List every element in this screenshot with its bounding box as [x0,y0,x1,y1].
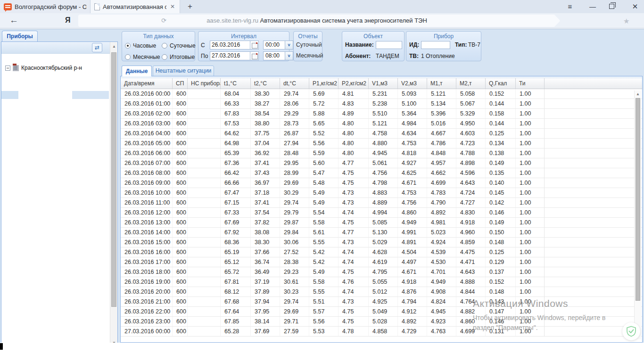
column-header[interactable]: Ти [516,78,545,89]
table-cell [188,257,221,267]
table-row[interactable]: 26.03.2016 17:0060065.1236.7428.385.424.… [121,257,642,267]
column-header[interactable]: t1,°C [221,78,251,89]
back-button[interactable]: ← [9,15,18,25]
column-header[interactable]: М2,т [456,78,486,89]
screen: Волгоградский форум - Отве Автоматизиров… [0,0,644,362]
column-header[interactable]: М1,т [427,78,456,89]
table-cell: 5.48 [309,178,339,188]
column-header[interactable]: Q,Гкал [486,78,516,89]
yandex-logo-icon[interactable]: Я [65,16,71,25]
table-cell: 4.80 [339,119,369,128]
table-row[interactable]: 26.03.2016 20:0060068.1237.8930.235.554.… [121,287,642,297]
refresh-button[interactable]: ⇄ [92,43,102,52]
tree-item-district[interactable]: Краснооктябрьский р-н [5,65,82,71]
new-tab-button[interactable]: + [185,1,195,12]
table-cell [188,129,221,138]
browser-menu-icon[interactable]: ≡ [562,0,578,13]
calendar-icon[interactable] [250,41,259,49]
table-cell: 5.058 [456,89,486,99]
table-cell: 36.92 [251,148,280,158]
device-tv-label: ТВ: [409,53,419,59]
radio-daily[interactable]: Суточные [162,42,196,49]
table-row[interactable]: 26.03.2016 16:0060065.1937.6627.525.424.… [121,247,642,257]
group-device: Прибор ИД: Тип: ТВ-7 ТВ: 1 Отопление [406,31,481,61]
window-close-button[interactable]: ✕ [627,0,643,13]
table-row[interactable]: 26.03.2016 14:0060067.9238.0829.845.614.… [121,228,642,238]
scroll-up-icon[interactable]: ▲ [636,92,640,96]
bottom-strip [0,343,644,362]
table-row[interactable]: 26.03.2016 09:0060066.6636.9729.695.484.… [121,178,642,188]
table-row[interactable]: 26.03.2016 06:0060065.3936.9228.485.594.… [121,148,642,158]
from-date-input[interactable]: 26.03.2016 [210,41,250,49]
table-vertical-scrollbar[interactable]: ▲ ▼ [634,90,641,339]
device-id-input[interactable] [421,41,450,49]
table-cell: 0.137 [486,267,516,277]
radio-hourly[interactable]: Часовые [125,42,156,49]
table-row[interactable]: 26.03.2016 15:0060068.3638.3030.065.554.… [121,238,642,247]
scrollbar-thumb[interactable] [111,52,116,307]
column-header[interactable]: НС прибора [188,78,221,89]
object-name-input[interactable] [376,41,402,49]
window-restore-button[interactable] [609,4,614,9]
column-header[interactable]: Р2,кг/см2 [339,78,369,89]
table-row[interactable]: 26.03.2016 00:0060068.0438.3029.745.694.… [121,89,642,99]
table-cell: 1.00 [516,109,545,118]
table-row[interactable]: 26.03.2016 01:0060066.3338.2728.065.724.… [121,99,642,109]
chevron-down-icon[interactable]: v [285,51,293,60]
table-row[interactable]: 26.03.2016 02:0060067.8338.5429.295.884.… [121,109,642,119]
column-header[interactable]: Р1,кг/см2 [309,78,339,89]
column-header[interactable]: Дата/время [121,78,173,89]
column-header[interactable]: V1,м3 [369,78,398,89]
table-row[interactable]: 26.03.2016 11:0060067.1537.4129.745.494.… [121,198,642,208]
table-row[interactable]: 26.03.2016 12:0060067.3337.5429.795.544.… [121,208,642,218]
table-cell [188,148,221,158]
table-row[interactable]: 26.03.2016 21:0060067.6837.9429.745.514.… [121,297,642,307]
table-row[interactable]: 26.03.2016 23:0060067.8538.1429.715.564.… [121,317,642,327]
table-cell: 38.30 [251,89,280,99]
table-row[interactable]: 26.03.2016 05:0060064.9837.0427.945.564.… [121,139,642,148]
scroll-up-icon[interactable]: ▲ [112,44,116,49]
address-bar[interactable]: ⟳ aase.site.ten-vlg.ru Автоматизированна… [78,15,555,27]
column-header[interactable]: V2,м3 [398,78,427,89]
browser-tab-active[interactable]: Автоматизированная сис ✕ [91,0,180,13]
table-row[interactable]: 26.03.2016 19:0060067.8137.1930.615.584.… [121,277,642,287]
table-cell: 4.876 [398,287,427,296]
table-row[interactable]: 26.03.2016 22:0060067.6437.9529.695.574.… [121,307,642,317]
tab-close-icon[interactable]: ✕ [169,3,176,10]
table-row[interactable]: 26.03.2016 04:0060064.6237.7526.875.524.… [121,129,642,139]
radio-monthly[interactable]: Месячные [125,53,160,61]
sidebar-vertical-scrollbar[interactable]: ▲ ▼ [110,42,117,347]
chevron-down-icon[interactable]: v [285,41,293,49]
table-row[interactable]: 26.03.2016 08:0060066.4237.4328.995.474.… [121,168,642,178]
window-minimize-button[interactable]: — [585,0,601,13]
table-cell: 1.00 [516,228,545,237]
table-row[interactable]: 26.03.2016 18:0060065.7236.4929.235.494.… [121,267,642,277]
column-header[interactable]: СП [173,78,188,89]
column-header[interactable]: t2,°C [251,78,280,89]
table-cell: 26.03.2016 19:00 [121,277,173,287]
table-row[interactable]: 27.03.2016 00:0060065.2837.6927.595.534.… [121,327,642,337]
report-daily-link[interactable]: Суточный [296,41,322,48]
table-row[interactable]: 26.03.2016 03:0060067.5338.8028.735.654.… [121,119,642,129]
table-row[interactable]: 26.03.2016 10:0060067.4737.1830.295.494.… [121,188,642,198]
antivirus-badge[interactable] [622,322,640,340]
bookmark-star-icon[interactable]: ★ [623,17,629,25]
browser-tab-forum[interactable]: Волгоградский форум - Отве [0,0,91,13]
table-row[interactable]: 26.03.2016 13:0060067.6937.8229.875.584.… [121,218,642,228]
report-monthly-link[interactable]: Месячный [296,52,323,59]
tree-collapse-icon[interactable] [5,66,10,71]
column-header[interactable]: dt,°C [280,78,309,89]
tab-data[interactable]: Данные [122,66,152,76]
table-cell: 1.00 [516,148,545,158]
sidebar-tab-devices[interactable]: Приборы [2,31,38,41]
from-time-input[interactable]: 00:00 [263,41,285,49]
table-row[interactable]: 26.03.2016 07:0060067.3637.4129.955.604.… [121,158,642,168]
table-cell: 4.78 [339,327,369,336]
to-date-input[interactable]: 27.03.2016 [210,51,250,60]
calendar-icon[interactable] [250,51,259,60]
table-cell: 29.87 [280,218,309,227]
radio-totals[interactable]: Итоговые [162,53,195,61]
to-time-input[interactable]: 08:00 [263,51,285,60]
scrollbar-thumb[interactable] [636,98,640,301]
tab-emergencies[interactable]: Нештатные ситуации [153,66,214,76]
